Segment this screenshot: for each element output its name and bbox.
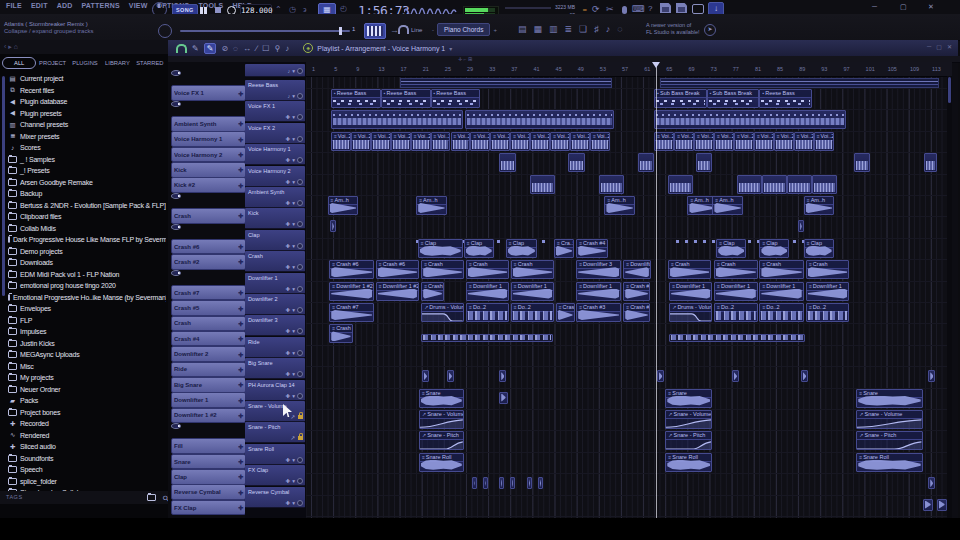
collapsed-clip[interactable] [400,78,612,88]
browser-item[interactable]: ♪Scores [8,142,166,154]
playlist-clip[interactable] [924,153,936,172]
browser-item[interactable]: My projects [8,372,166,384]
playlist-track-lane[interactable] [306,430,947,452]
channel-pan-icon[interactable]: ✚ [238,351,243,358]
maximize-button[interactable]: ▢ [900,3,907,11]
master-volume-slider[interactable] [180,30,350,32]
channel-pan-icon[interactable]: ✚ [238,320,243,327]
playlist-clip[interactable]: Voi..2 [794,132,814,151]
channel-pan-icon[interactable]: ✚ [238,458,243,465]
playlist-clip[interactable]: Snare [419,389,464,408]
playhead[interactable] [656,62,657,518]
playlist-track-lane[interactable] [306,345,947,367]
track-header[interactable]: Big Snare✚▾ [245,358,305,379]
track-header[interactable]: Reese Bass♪▾ [245,80,305,101]
playlist-track-lane[interactable] [306,238,947,260]
playlist-clip[interactable]: Crash #7 [329,324,352,343]
track-header-icons[interactable]: ✚▾ [286,200,303,206]
channel-button[interactable]: Voice FX 1✚ [171,70,181,76]
channel-pan-icon[interactable]: ✚ [238,381,243,388]
playlist-clip[interactable]: Downlifter 1 [576,282,621,301]
playlist-clip[interactable]: Reese Bass [381,89,431,108]
track-header-icons[interactable]: ✚▾ [286,264,303,270]
global-snap-selector[interactable]: Line [398,25,422,34]
help-icon[interactable]: ? [648,4,652,13]
playlist-clip[interactable]: Crash #6 [376,260,419,279]
browser-item[interactable]: ◀Plugin database [8,96,166,108]
track-header[interactable]: Voice Harmony 1✚▾ [245,144,305,165]
arrangement-icon[interactable]: ◈ [303,43,313,53]
playlist-vertical-scrollbar[interactable] [947,76,952,518]
browser-item[interactable]: Misc [8,361,166,373]
metronome-icon[interactable]: ◷ [289,5,296,14]
playlist-clip[interactable]: Voi..2 [550,132,570,151]
browser-item[interactable]: splice_folder [8,476,166,488]
playlist-track-lane[interactable] [306,323,947,345]
playlist-clip[interactable]: Voi..2 [351,132,371,151]
channel-button[interactable]: Voice FX 1✚ [171,85,246,101]
channel-button[interactable]: Clap✚ [171,469,246,485]
playlist-clip[interactable]: Snare [856,389,922,408]
playlist-clip[interactable]: Downlifter 1 [669,282,712,301]
track-header-icons[interactable]: ♪▾ [287,93,303,99]
playlist-clip[interactable] [654,110,846,129]
track-header-icons[interactable]: ↗ [290,435,303,441]
browser-item[interactable]: ✚Recorded [8,418,166,430]
track-header-icons[interactable]: ✚▾ [286,114,303,120]
channel-button[interactable]: Big Snare✚ [171,377,246,393]
menu-view[interactable]: VIEW [129,2,148,9]
track-header[interactable]: PH Aurora Clap 14✚▾ [245,380,305,401]
channel-button[interactable]: PH Payback break kic_✚ [171,193,181,199]
cut-icon[interactable]: ✂ [606,4,614,14]
playlist-clip[interactable]: Drums - Volume [669,303,712,322]
playlist-clip[interactable]: Snare [665,389,712,408]
playlist-panel-icon[interactable]: ▤ [518,24,527,34]
track-header[interactable]: Snare - Volume↗ [245,401,305,422]
delete-tool-icon[interactable]: ⊘ [221,44,228,53]
playlist-minimize-icon[interactable]: ─ [927,43,931,50]
main-pitch-knob[interactable] [158,24,172,38]
channel-pan-icon[interactable]: ✚ [238,335,243,342]
playlist-clip[interactable]: Snare - Pitch [665,431,712,450]
playlist-clip[interactable]: Clap [464,239,494,258]
track-header-icons[interactable]: ✚▾ [286,393,303,399]
playlist-clip[interactable]: Voi..2 [470,132,490,151]
browser-item[interactable]: Emotional Progressive Ho..ike Manse (by … [8,292,166,304]
pattern-prev-icon[interactable]: - [432,27,434,33]
channel-button[interactable]: Downlifter 2✚ [171,346,246,362]
playlist-clip[interactable]: Cra..5 [554,239,574,258]
playlist-clip[interactable]: Voi..2 [674,132,694,151]
playlist-clip[interactable]: Crash [668,260,711,279]
playlist-clip[interactable] [798,220,804,232]
channel-button[interactable]: Crash #2✚ [171,254,246,270]
browser-tab-plugins[interactable]: PLUGINS [69,58,101,68]
playlist-clip[interactable] [465,110,614,129]
playlist-clip[interactable]: Do..2 [511,303,554,322]
browser-item[interactable]: Downloads [8,257,166,269]
track-header[interactable]: FX Clap✚▾ [245,465,305,486]
track-header[interactable]: Voice FX 1✚▾ [245,101,305,122]
playlist-clip[interactable]: Voi..2 [411,132,431,151]
select-tool-icon[interactable]: ☐ [262,44,269,53]
playlist-clip[interactable]: Voi..2 [694,132,714,151]
playlist-clip[interactable]: Reese Bass [431,89,481,108]
pattern-selector[interactable]: - Piano Chords + [432,23,497,36]
chat-icon[interactable] [692,4,704,14]
track-header-icons[interactable]: ✚▾ [286,179,303,185]
playlist-clip[interactable]: Crash #4 [576,239,608,258]
playlist-clip[interactable] [599,175,624,194]
playlist-track-lane[interactable] [306,174,947,196]
playlist-clip[interactable]: Crash [759,260,803,279]
browser-panel-icon[interactable]: ❏ [579,24,587,34]
playlist-clip[interactable] [530,175,555,194]
playlist-clip[interactable]: Do..2 [806,303,849,322]
browser-item[interactable]: Envelopes [8,303,166,315]
playlist-clip[interactable]: Am..h [416,196,446,215]
touch-controller-icon[interactable]: ♪ [606,24,611,34]
typing-keyboard-icon[interactable]: ⌨ [632,4,645,14]
playlist-clip[interactable] [510,477,515,489]
browser-footer[interactable]: TAGS ⚲ [0,491,174,504]
playlist-clip[interactable] [854,153,871,172]
playlist-clip[interactable] [812,175,837,194]
playlist-clip[interactable]: Crash #8 [623,303,650,322]
